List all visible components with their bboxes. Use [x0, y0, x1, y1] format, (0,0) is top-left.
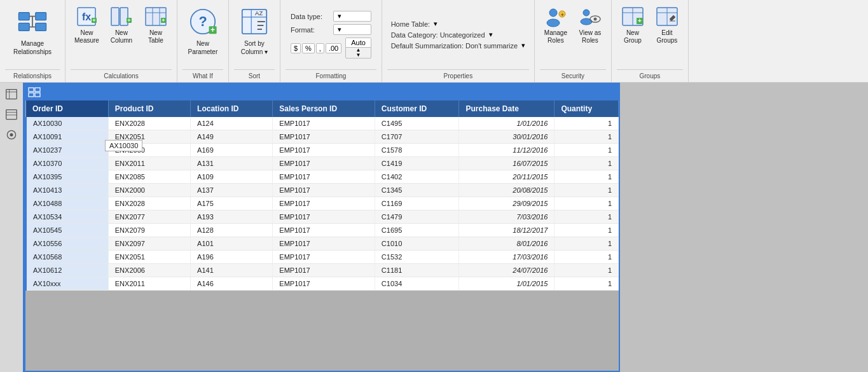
col-product-id[interactable]: Product ID [108, 100, 190, 117]
cell-location-id[interactable]: A137 [191, 184, 273, 197]
cell-location-id[interactable]: A193 [191, 210, 273, 224]
cell-quantity[interactable]: 1 [555, 197, 619, 210]
table-row[interactable]: AX10556 ENX2097 A101 EMP1017 C1010 8/01/… [26, 237, 619, 251]
cell-product-id[interactable]: ENX2006 [108, 264, 190, 277]
cell-sales-person-id[interactable]: EMP1017 [273, 264, 375, 277]
cell-customer-id[interactable]: C1402 [375, 170, 459, 184]
cell-purchase-date[interactable]: 24/07/2016 [459, 264, 555, 277]
cell-customer-id[interactable]: C1169 [375, 197, 459, 210]
cell-quantity[interactable]: 1 [555, 157, 619, 170]
table-row[interactable]: AX10xxx ENX2011 A146 EMP1017 C1034 1/01/… [26, 277, 619, 291]
cell-order-id[interactable]: AX10237 [26, 144, 108, 157]
cell-customer-id[interactable]: C1345 [375, 184, 459, 197]
cell-location-id[interactable]: A175 [191, 197, 273, 210]
cell-customer-id[interactable]: C1707 [375, 130, 459, 144]
cell-product-id[interactable]: ENX2011 [108, 157, 190, 170]
table-row[interactable]: AX10091 ENX2051 A149 EMP1017 C1707 30/01… [26, 130, 619, 144]
col-location-id[interactable]: Location ID [191, 100, 273, 117]
cell-product-id[interactable]: ENX2011 [108, 277, 190, 291]
table-row[interactable]: AX10237 ENX2080 A169 EMP1017 C1578 11/12… [26, 144, 619, 157]
table-row[interactable]: AX10488 ENX2028 A175 EMP1017 C1169 29/09… [26, 197, 619, 210]
cell-product-id[interactable]: ENX2085 [108, 170, 190, 184]
col-purchase-date[interactable]: Purchase Date [459, 100, 555, 117]
cell-customer-id[interactable]: C1578 [375, 144, 459, 157]
cell-quantity[interactable]: 1 [555, 117, 619, 130]
cell-quantity[interactable]: 1 [555, 130, 619, 144]
cell-location-id[interactable]: A169 [191, 144, 273, 157]
cell-product-id[interactable]: ENX2000 [108, 184, 190, 197]
cell-product-id[interactable]: ENX2028 [108, 197, 190, 210]
sidebar-icon-2[interactable] [3, 106, 20, 123]
col-quantity[interactable]: Quantity [555, 100, 619, 117]
cell-purchase-date[interactable]: 20/08/2015 [459, 184, 555, 197]
cell-purchase-date[interactable]: 17/03/2016 [459, 251, 555, 264]
new-column-button[interactable]: + NewColumn [106, 3, 137, 47]
cell-customer-id[interactable]: C1010 [375, 237, 459, 251]
cell-quantity[interactable]: 1 [555, 170, 619, 184]
sidebar-icon-3[interactable] [3, 126, 20, 144]
cell-location-id[interactable]: A109 [191, 170, 273, 184]
cell-order-id[interactable]: AX10568 [26, 251, 108, 264]
cell-sales-person-id[interactable]: EMP1017 [273, 210, 375, 224]
cell-sales-person-id[interactable]: EMP1017 [273, 130, 375, 144]
sort-by-column-button[interactable]: AZ Sort byColumn ▾ [234, 3, 275, 60]
col-customer-id[interactable]: Customer ID [375, 100, 459, 117]
cell-customer-id[interactable]: C1495 [375, 117, 459, 130]
new-measure-button[interactable]: fx + NewMeasure [71, 3, 103, 47]
cell-quantity[interactable]: 1 [555, 237, 619, 251]
cell-sales-person-id[interactable]: EMP1017 [273, 197, 375, 210]
cell-order-id[interactable]: AX10091 [26, 130, 108, 144]
data-type-dropdown[interactable]: ▾ [333, 11, 371, 22]
table-row[interactable]: AX10413 ENX2000 A137 EMP1017 C1345 20/08… [26, 184, 619, 197]
cell-purchase-date[interactable]: 11/12/2016 [459, 144, 555, 157]
cell-location-id[interactable]: A131 [191, 157, 273, 170]
cell-sales-person-id[interactable]: EMP1017 [273, 144, 375, 157]
cell-purchase-date[interactable]: 16/07/2015 [459, 157, 555, 170]
cell-purchase-date[interactable]: 29/09/2015 [459, 197, 555, 210]
cell-order-id[interactable]: AX10612 [26, 264, 108, 277]
sidebar-icon-1[interactable] [3, 85, 20, 103]
cell-purchase-date[interactable]: 8/01/2016 [459, 237, 555, 251]
cell-purchase-date[interactable]: 7/03/2016 [459, 210, 555, 224]
table-row[interactable]: AX10534 ENX2077 A193 EMP1017 C1479 7/03/… [26, 210, 619, 224]
cell-purchase-date[interactable]: 1/01/2016 [459, 117, 555, 130]
table-row[interactable]: AX10545 ENX2079 A128 EMP1017 C1695 18/12… [26, 224, 619, 237]
table-row[interactable]: AX10370 ENX2011 A131 EMP1017 C1419 16/07… [26, 157, 619, 170]
cell-quantity[interactable]: 1 [555, 210, 619, 224]
cell-quantity[interactable]: 1 [555, 264, 619, 277]
cell-quantity[interactable]: 1 [555, 277, 619, 291]
edit-groups-button[interactable]: EditGroups [651, 3, 683, 47]
table-row[interactable]: AX10030 ENX2028 A124 EMP1017 C1495 1/01/… [26, 117, 619, 130]
cell-order-id[interactable]: AX10545 [26, 224, 108, 237]
table-row[interactable]: AX10395 ENX2085 A109 EMP1017 C1402 20/11… [26, 170, 619, 184]
cell-product-id[interactable]: ENX2028 [108, 117, 190, 130]
cell-sales-person-id[interactable]: EMP1017 [273, 251, 375, 264]
decimal-button[interactable]: .00 [326, 43, 341, 53]
cell-sales-person-id[interactable]: EMP1017 [273, 184, 375, 197]
col-sales-person-id[interactable]: Sales Person ID [273, 100, 375, 117]
cell-product-id[interactable]: ENX2097 [108, 237, 190, 251]
cell-purchase-date[interactable]: 18/12/2017 [459, 224, 555, 237]
cell-order-id[interactable]: AX10xxx [26, 277, 108, 291]
cell-sales-person-id[interactable]: EMP1017 [273, 170, 375, 184]
cell-product-id[interactable]: ENX2051 [108, 251, 190, 264]
cell-customer-id[interactable]: C1419 [375, 157, 459, 170]
cell-sales-person-id[interactable]: EMP1017 [273, 277, 375, 291]
cell-order-id[interactable]: AX10488 [26, 197, 108, 210]
cell-sales-person-id[interactable]: EMP1017 [273, 117, 375, 130]
cell-quantity[interactable]: 1 [555, 144, 619, 157]
new-parameter-button[interactable]: ? + NewParameter [183, 3, 223, 60]
cell-customer-id[interactable]: C1479 [375, 210, 459, 224]
cell-product-id[interactable]: ENX2080 [108, 144, 190, 157]
format-dropdown[interactable]: ▾ [333, 24, 371, 35]
cell-quantity[interactable]: 1 [555, 224, 619, 237]
cell-location-id[interactable]: A128 [191, 224, 273, 237]
cell-location-id[interactable]: A149 [191, 130, 273, 144]
currency-button[interactable]: $ [291, 43, 301, 53]
cell-purchase-date[interactable]: 30/01/2016 [459, 130, 555, 144]
cell-customer-id[interactable]: C1695 [375, 224, 459, 237]
table-scroll[interactable]: Order ID Product ID Location ID Sales Pe… [25, 100, 619, 291]
cell-product-id[interactable]: ENX2051 [108, 130, 190, 144]
cell-order-id[interactable]: AX10030 [26, 117, 108, 130]
cell-location-id[interactable]: A196 [191, 251, 273, 264]
